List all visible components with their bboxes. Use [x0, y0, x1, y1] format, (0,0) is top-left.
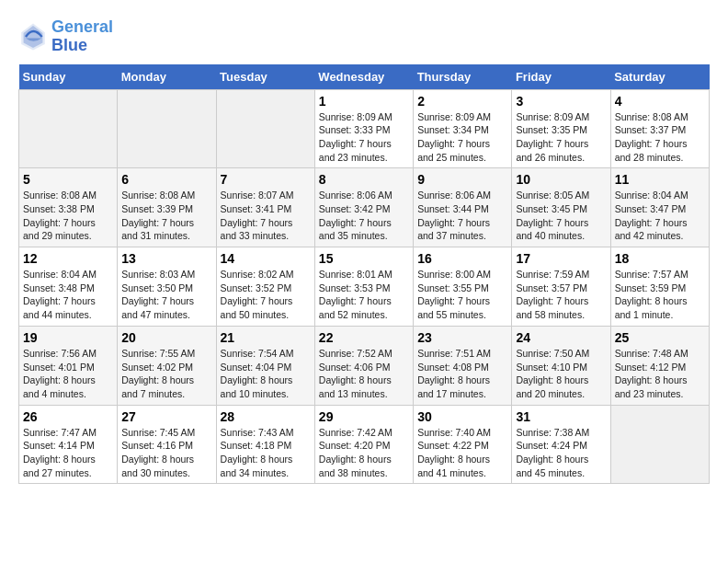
day-number: 19: [23, 330, 113, 345]
weekday-header: Wednesday: [314, 64, 413, 90]
day-number: 17: [516, 251, 606, 266]
calendar-cell: 27Sunrise: 7:45 AM Sunset: 4:16 PM Dayli…: [118, 405, 216, 484]
weekday-header: Monday: [118, 64, 216, 90]
day-number: 22: [319, 330, 409, 345]
calendar-cell: 9Sunrise: 8:06 AM Sunset: 3:44 PM Daylig…: [414, 168, 512, 247]
calendar-cell: 31Sunrise: 7:38 AM Sunset: 4:24 PM Dayli…: [512, 405, 610, 484]
day-info: Sunrise: 8:02 AM Sunset: 3:52 PM Dayligh…: [221, 268, 311, 322]
calendar-table: SundayMondayTuesdayWednesdayThursdayFrid…: [18, 64, 710, 485]
day-info: Sunrise: 7:50 AM Sunset: 4:10 PM Dayligh…: [516, 347, 606, 401]
day-info: Sunrise: 7:47 AM Sunset: 4:14 PM Dayligh…: [23, 426, 113, 480]
day-info: Sunrise: 7:38 AM Sunset: 4:24 PM Dayligh…: [516, 426, 606, 480]
calendar-cell: [610, 405, 709, 484]
calendar-cell: 15Sunrise: 8:01 AM Sunset: 3:53 PM Dayli…: [314, 247, 413, 327]
day-number: 8: [319, 172, 409, 187]
day-number: 12: [23, 251, 113, 266]
day-number: 13: [121, 251, 211, 266]
day-number: 29: [319, 409, 409, 424]
day-number: 15: [319, 251, 409, 266]
day-info: Sunrise: 7:48 AM Sunset: 4:12 PM Dayligh…: [615, 347, 705, 401]
day-info: Sunrise: 7:40 AM Sunset: 4:22 PM Dayligh…: [417, 426, 507, 480]
weekday-header: Sunday: [19, 64, 118, 90]
weekday-header: Friday: [512, 64, 610, 90]
calendar-cell: [118, 89, 216, 168]
page-header: General Blue: [18, 18, 710, 55]
day-info: Sunrise: 7:54 AM Sunset: 4:04 PM Dayligh…: [221, 347, 311, 401]
calendar-cell: 24Sunrise: 7:50 AM Sunset: 4:10 PM Dayli…: [512, 326, 610, 405]
calendar-cell: 22Sunrise: 7:52 AM Sunset: 4:06 PM Dayli…: [314, 326, 413, 405]
calendar-cell: 2Sunrise: 8:09 AM Sunset: 3:34 PM Daylig…: [414, 89, 512, 168]
day-info: Sunrise: 8:09 AM Sunset: 3:34 PM Dayligh…: [417, 110, 507, 165]
day-info: Sunrise: 7:55 AM Sunset: 4:02 PM Dayligh…: [121, 347, 211, 401]
day-number: 10: [516, 172, 606, 187]
calendar-cell: 6Sunrise: 8:08 AM Sunset: 3:39 PM Daylig…: [118, 168, 216, 247]
day-info: Sunrise: 7:57 AM Sunset: 3:59 PM Dayligh…: [615, 268, 705, 322]
day-info: Sunrise: 8:08 AM Sunset: 3:39 PM Dayligh…: [121, 189, 211, 243]
logo-text: General Blue: [51, 18, 113, 55]
day-info: Sunrise: 8:04 AM Sunset: 3:48 PM Dayligh…: [23, 268, 113, 322]
calendar-cell: 19Sunrise: 7:56 AM Sunset: 4:01 PM Dayli…: [19, 326, 118, 405]
day-number: 24: [516, 330, 606, 345]
calendar-cell: 14Sunrise: 8:02 AM Sunset: 3:52 PM Dayli…: [216, 247, 314, 327]
calendar-cell: 8Sunrise: 8:06 AM Sunset: 3:42 PM Daylig…: [314, 168, 413, 247]
calendar-cell: [216, 89, 314, 168]
calendar-cell: 21Sunrise: 7:54 AM Sunset: 4:04 PM Dayli…: [216, 326, 314, 405]
day-number: 27: [121, 409, 211, 424]
day-info: Sunrise: 7:56 AM Sunset: 4:01 PM Dayligh…: [23, 347, 113, 401]
calendar-cell: 11Sunrise: 8:04 AM Sunset: 3:47 PM Dayli…: [610, 168, 709, 247]
day-info: Sunrise: 8:04 AM Sunset: 3:47 PM Dayligh…: [615, 189, 705, 243]
calendar-cell: 12Sunrise: 8:04 AM Sunset: 3:48 PM Dayli…: [19, 247, 118, 327]
day-number: 2: [417, 94, 507, 109]
day-number: 3: [516, 94, 606, 109]
day-number: 6: [121, 172, 211, 187]
day-number: 26: [23, 409, 113, 424]
weekday-header: Saturday: [610, 64, 709, 90]
logo-icon: [18, 22, 48, 52]
day-info: Sunrise: 8:09 AM Sunset: 3:35 PM Dayligh…: [516, 110, 606, 165]
calendar-cell: 13Sunrise: 8:03 AM Sunset: 3:50 PM Dayli…: [118, 247, 216, 327]
calendar-cell: 23Sunrise: 7:51 AM Sunset: 4:08 PM Dayli…: [414, 326, 512, 405]
logo: General Blue: [18, 18, 113, 55]
day-info: Sunrise: 8:03 AM Sunset: 3:50 PM Dayligh…: [121, 268, 211, 322]
weekday-header: Tuesday: [216, 64, 314, 90]
day-info: Sunrise: 8:08 AM Sunset: 3:38 PM Dayligh…: [23, 189, 113, 243]
day-number: 21: [221, 330, 311, 345]
calendar-cell: 4Sunrise: 8:08 AM Sunset: 3:37 PM Daylig…: [610, 89, 709, 168]
day-info: Sunrise: 7:45 AM Sunset: 4:16 PM Dayligh…: [121, 426, 211, 480]
calendar-cell: 20Sunrise: 7:55 AM Sunset: 4:02 PM Dayli…: [118, 326, 216, 405]
calendar-cell: 29Sunrise: 7:42 AM Sunset: 4:20 PM Dayli…: [314, 405, 413, 484]
calendar-cell: 25Sunrise: 7:48 AM Sunset: 4:12 PM Dayli…: [610, 326, 709, 405]
calendar-cell: 26Sunrise: 7:47 AM Sunset: 4:14 PM Dayli…: [19, 405, 118, 484]
day-number: 30: [417, 409, 507, 424]
day-info: Sunrise: 7:52 AM Sunset: 4:06 PM Dayligh…: [319, 347, 409, 401]
day-number: 7: [221, 172, 311, 187]
day-number: 18: [615, 251, 705, 266]
day-info: Sunrise: 8:01 AM Sunset: 3:53 PM Dayligh…: [319, 268, 409, 322]
day-number: 16: [417, 251, 507, 266]
day-number: 14: [221, 251, 311, 266]
calendar-cell: 16Sunrise: 8:00 AM Sunset: 3:55 PM Dayli…: [414, 247, 512, 327]
day-info: Sunrise: 7:42 AM Sunset: 4:20 PM Dayligh…: [319, 426, 409, 480]
day-number: 31: [516, 409, 606, 424]
calendar-cell: 18Sunrise: 7:57 AM Sunset: 3:59 PM Dayli…: [610, 247, 709, 327]
day-info: Sunrise: 8:06 AM Sunset: 3:44 PM Dayligh…: [417, 189, 507, 243]
day-number: 5: [23, 172, 113, 187]
calendar-cell: 7Sunrise: 8:07 AM Sunset: 3:41 PM Daylig…: [216, 168, 314, 247]
day-info: Sunrise: 8:06 AM Sunset: 3:42 PM Dayligh…: [319, 189, 409, 243]
calendar-cell: 1Sunrise: 8:09 AM Sunset: 3:33 PM Daylig…: [314, 89, 413, 168]
day-number: 9: [417, 172, 507, 187]
weekday-header: Thursday: [414, 64, 512, 90]
day-number: 4: [615, 94, 705, 109]
day-info: Sunrise: 7:51 AM Sunset: 4:08 PM Dayligh…: [417, 347, 507, 401]
calendar-cell: 30Sunrise: 7:40 AM Sunset: 4:22 PM Dayli…: [414, 405, 512, 484]
day-number: 28: [221, 409, 311, 424]
day-number: 20: [121, 330, 211, 345]
day-info: Sunrise: 7:59 AM Sunset: 3:57 PM Dayligh…: [516, 268, 606, 322]
day-info: Sunrise: 8:07 AM Sunset: 3:41 PM Dayligh…: [221, 189, 311, 243]
calendar-cell: 17Sunrise: 7:59 AM Sunset: 3:57 PM Dayli…: [512, 247, 610, 327]
day-number: 23: [417, 330, 507, 345]
calendar-cell: 5Sunrise: 8:08 AM Sunset: 3:38 PM Daylig…: [19, 168, 118, 247]
calendar-cell: 28Sunrise: 7:43 AM Sunset: 4:18 PM Dayli…: [216, 405, 314, 484]
day-info: Sunrise: 8:08 AM Sunset: 3:37 PM Dayligh…: [615, 110, 705, 165]
calendar-cell: 3Sunrise: 8:09 AM Sunset: 3:35 PM Daylig…: [512, 89, 610, 168]
